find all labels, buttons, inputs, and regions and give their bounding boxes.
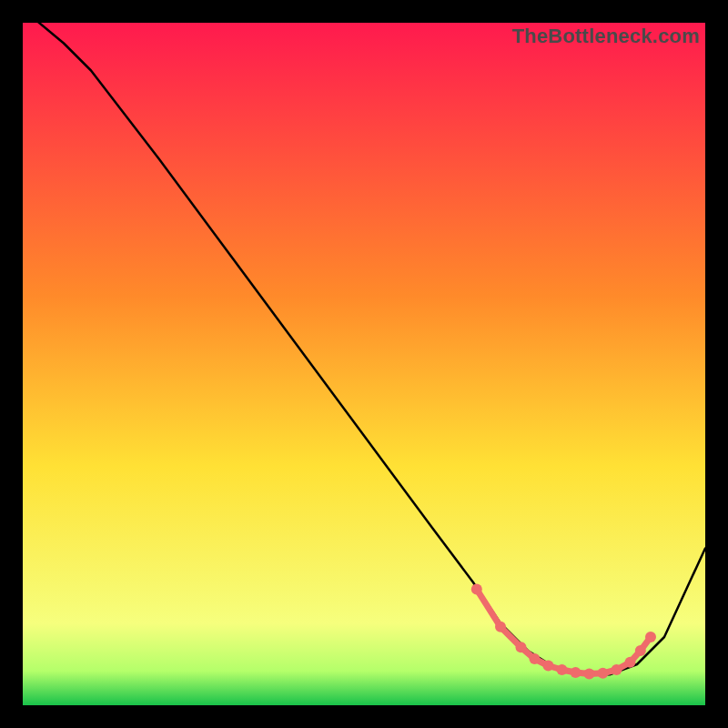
salmon-dot: [645, 632, 656, 642]
watermark-text: TheBottleneck.com: [512, 25, 700, 48]
salmon-dot: [543, 661, 554, 672]
salmon-dot: [598, 668, 609, 679]
salmon-dot: [635, 645, 646, 656]
salmon-dot: [584, 669, 595, 680]
chart-svg: [23, 23, 705, 705]
salmon-dot: [516, 642, 527, 652]
salmon-dot: [612, 664, 622, 675]
salmon-dot: [557, 664, 568, 675]
salmon-dot: [625, 657, 636, 668]
salmon-dot: [495, 622, 506, 632]
salmon-dot: [530, 653, 541, 664]
salmon-dot: [571, 667, 581, 678]
chart-frame: TheBottleneck.com: [23, 23, 705, 705]
gradient-background: [23, 23, 705, 705]
salmon-dot: [471, 584, 482, 595]
